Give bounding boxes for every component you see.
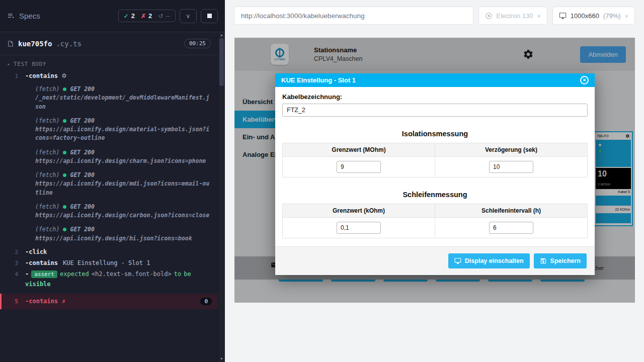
spec-timer: 00:25: [184, 39, 211, 48]
command-contains-2[interactable]: 3 -contains KUE Einstellung - Slot 1: [0, 257, 218, 268]
passed-check-icon: ✓: [124, 13, 129, 20]
fetch-url: /_next/static/development/_devMiddleware…: [35, 94, 211, 111]
spec-extension: .cy.ts: [56, 40, 82, 48]
fetch-log-entry[interactable]: (fetch) GET 200 https://api.iconify.desi…: [0, 115, 218, 145]
fetch-log-entry[interactable]: (fetch) GET 200 https://api.iconify.desi…: [0, 201, 218, 222]
command-contains-1[interactable]: 1 -contains: [0, 70, 218, 81]
chevron-down-icon: ∨: [186, 13, 191, 20]
fetch-log-entry[interactable]: (fetch) GET 200 https://api.iconify.desi…: [0, 146, 218, 168]
assert-text: to: [174, 270, 181, 278]
specs-list-icon: [7, 12, 15, 20]
fetch-status: GET 200: [70, 203, 94, 211]
kabelbezeichnung-input[interactable]: [282, 104, 588, 117]
fetch-label: (fetch): [35, 203, 59, 211]
viewport-select[interactable]: 1000x660 (79%) ∨: [552, 7, 635, 25]
test-body-toggle[interactable]: ▾ TEST BODY: [0, 55, 218, 70]
reporter-scrollbar[interactable]: ▲ ▼: [218, 32, 225, 362]
schleifenmessung-table: Grenzwert (kOhm) Schleifenintervall (h): [282, 204, 588, 238]
browser-toolbar: http://localhost:3000/kabelueberwachung …: [225, 0, 644, 31]
save-button-label: Speichern: [550, 257, 581, 264]
fetch-url: https://api.iconify.design/carbon.json?i…: [35, 211, 211, 220]
spec-header[interactable]: kue705fo .cy.ts 00:25: [0, 32, 218, 55]
assert-text: expected: [60, 270, 89, 278]
test-body-label: TEST BODY: [14, 61, 46, 67]
fail-cross-icon: ✗: [62, 298, 65, 305]
fetch-log-entry[interactable]: (fetch) GET 200 https://api.iconify.desi…: [0, 169, 218, 199]
fetch-status: GET 200: [70, 148, 94, 157]
command-name: -contains: [25, 298, 58, 305]
pending-count: --: [166, 12, 170, 20]
screen: Specs ✓ 2 ✗ 2 ↺ --: [0, 0, 644, 362]
assert-badge: assert: [31, 270, 57, 278]
app-viewport: LITTWIN Stationsname CPLV4_Maschen Abmel…: [234, 38, 635, 303]
fetch-url: https://api.iconify.design/mdi.json?icon…: [35, 179, 211, 197]
line-number: 2: [0, 248, 25, 255]
isolationsmessung-table: Grenzwert (MOhm) Verzögerung (sek): [282, 143, 588, 177]
fetch-label: (fetch): [35, 148, 59, 157]
isolationsmessung-title: Isolationsmessung: [282, 130, 588, 138]
viewport-zoom: (79%): [603, 12, 621, 20]
status-ok-dot-icon: [63, 228, 66, 231]
chevron-down-icon: ∨: [625, 13, 628, 19]
speichern-button[interactable]: Speichern: [534, 253, 587, 268]
iso-col-grenzwert: Grenzwert (MOhm): [283, 143, 435, 157]
command-log: kue705fo .cy.ts 00:25 ▾ TEST BODY 1 -con…: [0, 32, 218, 362]
line-number: 4: [0, 270, 25, 278]
chevron-down-icon: ∨: [537, 13, 541, 19]
iso-verzoegerung-input[interactable]: [489, 161, 533, 173]
stop-icon: [207, 14, 212, 18]
fetch-status: GET 200: [70, 171, 94, 179]
line-number: 1: [0, 72, 25, 79]
command-argument: KUE Einstellung - Slot 1: [63, 259, 150, 266]
specs-menu-button[interactable]: Specs: [7, 12, 40, 20]
loop-col-intervall: Schleifenintervall (h): [435, 204, 588, 218]
line-number: 3: [0, 259, 25, 266]
monitor-icon: [454, 257, 461, 264]
modal-title: KUE Einstellung - Slot 1: [281, 76, 356, 84]
cypress-reporter: Specs ✓ 2 ✗ 2 ↺ --: [0, 0, 225, 362]
assert-text: be: [184, 270, 191, 278]
assert-selector: <h2.text-sm.font-bold>: [92, 270, 172, 278]
collapse-panel-button[interactable]: ∨: [180, 9, 197, 23]
status-ok-dot-icon: [63, 119, 66, 123]
failed-count: 2: [148, 12, 152, 20]
fetch-log-entry[interactable]: (fetch) GET 200 /_next/static/developmen…: [0, 83, 218, 113]
loop-intervall-input[interactable]: [489, 222, 533, 234]
command-assert[interactable]: 4 - assert expected <h2.text-sm.font-bol…: [0, 268, 218, 290]
display-button-label: Display einschalten: [465, 257, 524, 264]
command-name: -click: [25, 248, 47, 255]
spec-name: kue705fo: [18, 40, 52, 48]
iso-grenzwert-input[interactable]: [337, 161, 381, 173]
fetch-label: (fetch): [35, 171, 59, 179]
scrollbar-thumb[interactable]: [219, 38, 224, 86]
url-input[interactable]: http://localhost:3000/kabelueberwachung: [234, 7, 473, 25]
stat-pending: ↺ --: [158, 12, 170, 20]
status-ok-dot-icon: [63, 173, 66, 177]
viewport-size: 1000x660: [571, 12, 599, 20]
status-ok-dot-icon: [63, 205, 66, 209]
close-icon[interactable]: ×: [580, 76, 589, 84]
browser-pane: http://localhost:3000/kabelueberwachung …: [225, 0, 644, 362]
scroll-down-icon[interactable]: ▼: [220, 357, 223, 361]
loop-grenzwert-input[interactable]: [337, 222, 381, 234]
pending-refresh-icon: ↺: [158, 13, 163, 20]
monitor-icon: [559, 12, 567, 20]
schleifenmessung-title: Schleifenmessung: [282, 191, 588, 199]
assert-message: - assert expected <h2.text-sm.font-bold>…: [25, 270, 218, 288]
modal-header: KUE Einstellung - Slot 1 ×: [275, 73, 595, 87]
fetch-label: (fetch): [35, 117, 59, 125]
modal-footer: Display einschalten Speichern: [275, 246, 595, 275]
spec-file: kue705fo .cy.ts: [7, 40, 82, 48]
command-click[interactable]: 2 -click: [0, 246, 218, 257]
test-stats: ✓ 2 ✗ 2 ↺ --: [118, 10, 176, 22]
command-contains-failed[interactable]: 5 -contains ✗ 0: [0, 294, 218, 309]
fetch-log-entry[interactable]: (fetch) GET 200 https://api.iconify.desi…: [0, 223, 218, 245]
stop-run-button[interactable]: [201, 9, 218, 23]
reporter-controls: ✓ 2 ✗ 2 ↺ -- ∨: [118, 9, 218, 23]
fetch-url: https://api.iconify.design/bi.json?icons…: [35, 234, 211, 243]
url-text: http://localhost:3000/kabelueberwachung: [241, 12, 364, 20]
specs-label: Specs: [19, 12, 40, 20]
browser-select[interactable]: Electron 130 ∨: [478, 7, 547, 25]
scroll-up-icon[interactable]: ▲: [220, 33, 223, 37]
display-einschalten-button[interactable]: Display einschalten: [448, 253, 530, 268]
